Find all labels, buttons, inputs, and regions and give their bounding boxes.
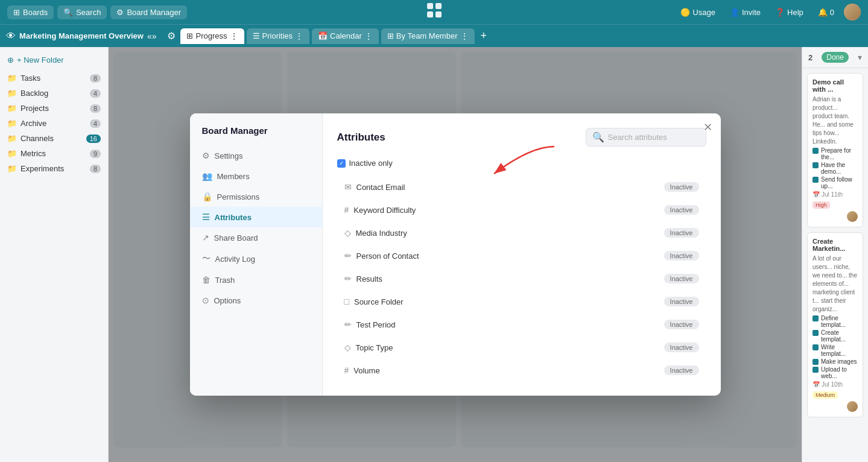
card-create-marketing[interactable]: Create Marketin... A lot of our users...… — [807, 232, 863, 417]
card-demo-call[interactable]: Demo call with ... Adrian is a product..… — [807, 73, 863, 227]
attr-row-source-folder[interactable]: □ Source Folder Inactive — [337, 291, 706, 312]
search-input[interactable] — [608, 133, 700, 142]
folder-icon: 📁 — [7, 89, 17, 98]
hash-icon: # — [344, 205, 349, 215]
folder-icon: 📁 — [7, 134, 17, 143]
task-item: Prepare for the... — [813, 147, 858, 160]
nav-item-attributes[interactable]: ☰ Attributes — [190, 207, 322, 227]
priority-badge: Medium — [813, 391, 838, 399]
bell-icon: 🔔 — [818, 8, 828, 17]
nav-item-members[interactable]: 👥 Members — [190, 166, 322, 186]
right-panel-header: 2 Done ▾ — [802, 47, 868, 68]
add-view-button[interactable]: + — [477, 30, 491, 42]
search-bar[interactable]: 🔍 — [586, 128, 706, 147]
board-manager-label: Board Manager — [127, 8, 181, 17]
email-icon: ✉ — [344, 182, 352, 192]
modal-content: Attributes 🔍 Inactive only — [323, 113, 721, 396]
calendar-icon: 📅 — [318, 31, 328, 40]
list-icon: ☰ — [202, 212, 210, 222]
help-button[interactable]: ❓ Help — [770, 5, 808, 19]
sidebar: ⊕ + New Folder 📁 Tasks 8 📁 Backlog 4 📁 P… — [0, 47, 109, 462]
right-panel: 2 Done ▾ Demo call with ... Adrian is a … — [802, 47, 868, 462]
help-icon: ❓ — [775, 8, 785, 17]
close-button[interactable]: ✕ — [703, 122, 712, 133]
priorities-icon: ☰ — [253, 31, 260, 40]
settings-icon-btn[interactable]: ⚙ — [165, 30, 178, 42]
nav-item-options[interactable]: ⊙ Options — [190, 290, 322, 311]
modal-overlay[interactable]: ✕ Board Manager ⚙ Settings 👥 Members 🔒 P… — [109, 47, 802, 462]
nav-item-permissions[interactable]: 🔒 Permissions — [190, 186, 322, 207]
modal-nav: Board Manager ⚙ Settings 👥 Members 🔒 Per… — [190, 113, 323, 396]
expand-icon: ▾ — [858, 52, 862, 62]
attr-row-person-of-contact[interactable]: ✏ Person of Contact Inactive — [337, 245, 706, 267]
boards-icon: ⊞ — [13, 8, 20, 17]
tab-priorities[interactable]: ☰ Priorities ⋮ — [247, 28, 310, 44]
volume-icon: # — [344, 365, 349, 375]
attributes-list: ✉ Contact Email Inactive # Keyword Diffi… — [337, 176, 706, 381]
tab-progress[interactable]: ⊞ Progress ⋮ — [180, 28, 244, 44]
board-title-area: 👁 Marketing Management Overview «» — [6, 31, 156, 42]
modal-title: Board Manager — [190, 125, 322, 145]
nav-item-settings[interactable]: ⚙ Settings — [190, 145, 322, 166]
new-folder-button[interactable]: ⊕ + New Folder — [0, 52, 108, 68]
main-content: ✕ Board Manager ⚙ Settings 👥 Members 🔒 P… — [109, 47, 802, 462]
plus-icon: ⊕ — [7, 55, 14, 65]
results-icon: ✏ — [344, 274, 352, 283]
inactive-only-checkbox[interactable] — [337, 159, 346, 168]
svg-rect-3 — [436, 11, 442, 17]
board-tab-bar: 👁 Marketing Management Overview «» ⚙ ⊞ P… — [0, 24, 868, 47]
folder-icon: 📁 — [7, 119, 17, 128]
activity-icon: 〜 — [202, 253, 211, 264]
avatar[interactable] — [844, 4, 861, 21]
tag-icon: ◇ — [344, 228, 351, 238]
svg-rect-0 — [427, 3, 433, 9]
period-icon: ✏ — [344, 320, 352, 329]
boards-label: Boards — [23, 8, 48, 17]
attr-row-contact-email[interactable]: ✉ Contact Email Inactive — [337, 176, 706, 198]
sidebar-item-tasks[interactable]: 📁 Tasks 8 — [0, 71, 108, 86]
usage-button[interactable]: 🟡 Usage — [676, 5, 720, 19]
search-icon: 🔍 — [63, 8, 73, 17]
count-badge: 2 — [808, 53, 813, 62]
search-icon: 🔍 — [592, 131, 604, 143]
inactive-only-label: Inactive only — [349, 159, 393, 168]
notifications-button[interactable]: 🔔 0 — [813, 5, 839, 19]
attr-row-results[interactable]: ✏ Results Inactive — [337, 268, 706, 290]
members-icon: 👥 — [202, 171, 212, 181]
tab-calendar[interactable]: 📅 Calendar ⋮ — [312, 28, 379, 44]
attributes-header: Attributes 🔍 — [337, 128, 706, 147]
invite-button[interactable]: 👤 Invite — [725, 5, 765, 19]
calendar-icon: 📅 — [813, 381, 820, 388]
eye-icon: 👁 — [6, 31, 16, 42]
boards-button[interactable]: ⊞ Boards — [7, 5, 54, 19]
attr-row-keyword-difficulty[interactable]: # Keyword Difficulty Inactive — [337, 199, 706, 221]
collapse-button[interactable]: «» — [147, 31, 157, 41]
sidebar-item-archive[interactable]: 📁 Archive 4 — [0, 116, 108, 131]
search-button[interactable]: 🔍 Search — [57, 5, 107, 19]
sidebar-item-backlog[interactable]: 📁 Backlog 4 — [0, 86, 108, 101]
sidebar-item-metrics[interactable]: 📁 Metrics 9 — [0, 146, 108, 161]
sidebar-item-experiments[interactable]: 📁 Experiments 8 — [0, 161, 108, 176]
nav-item-activity-log[interactable]: 〜 Activity Log — [190, 248, 322, 270]
attr-row-volume[interactable]: # Volume Inactive — [337, 359, 706, 381]
svg-rect-1 — [436, 3, 442, 9]
nav-right: 🟡 Usage 👤 Invite ❓ Help 🔔 0 — [676, 4, 861, 21]
settings-icon: ⚙ — [202, 151, 210, 160]
tab-by-team-member[interactable]: ⊞ By Team Member ⋮ — [381, 28, 475, 44]
task-item: Send follow up... — [813, 176, 858, 189]
share-icon: ↗ — [202, 233, 209, 242]
folder-icon: 📁 — [7, 74, 17, 83]
board-manager-button[interactable]: ⚙ Board Manager — [110, 5, 187, 19]
sidebar-item-channels[interactable]: 📁 Channels 16 — [0, 131, 108, 146]
calendar-icon: 📅 — [813, 191, 820, 198]
attr-row-topic-type[interactable]: ◇ Topic Type Inactive — [337, 337, 706, 358]
main-layout: ⊕ + New Folder 📁 Tasks 8 📁 Backlog 4 📁 P… — [0, 47, 868, 462]
attr-row-media-industry[interactable]: ◇ Media Industry Inactive — [337, 222, 706, 244]
nav-item-share-board[interactable]: ↗ Share Board — [190, 227, 322, 248]
nav-item-trash[interactable]: 🗑 Trash — [190, 270, 322, 290]
sidebar-item-projects[interactable]: 📁 Projects 8 — [0, 101, 108, 116]
priority-badge: High — [813, 201, 830, 209]
attr-row-test-period[interactable]: ✏ Test Period Inactive — [337, 314, 706, 335]
task-item: Make images — [813, 358, 858, 365]
task-item: Define templat... — [813, 315, 858, 328]
